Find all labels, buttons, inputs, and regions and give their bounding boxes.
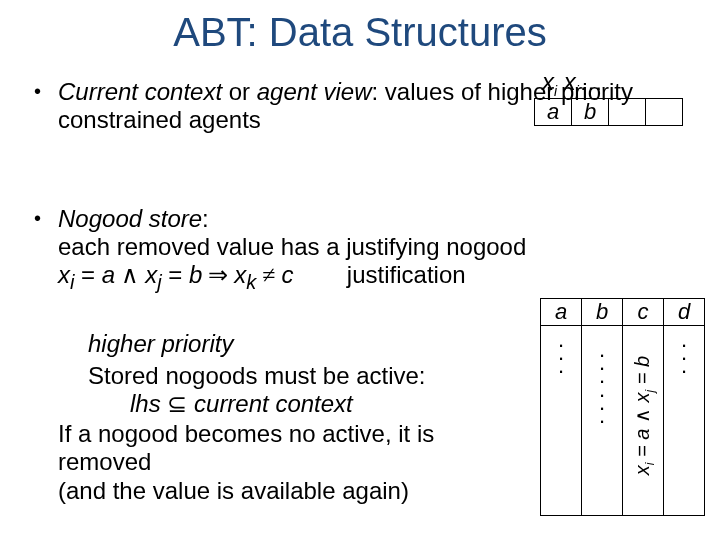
val-c: c	[282, 261, 294, 288]
bullet-1-sep: or	[222, 78, 257, 105]
av-cell-1: b	[572, 99, 609, 125]
higher-priority-label: higher priority	[88, 330, 528, 358]
av-space	[557, 68, 564, 95]
ns-h-1: b	[582, 299, 623, 325]
dot: .	[541, 359, 581, 372]
vl-and-icon: ∧	[631, 408, 653, 423]
dot: .	[582, 409, 622, 422]
ns-col-d: . . .	[664, 325, 704, 515]
val-b: b	[189, 261, 202, 288]
vl-eqb: = b	[631, 356, 653, 390]
sub-k: k	[246, 271, 256, 293]
vdots-d: . . .	[664, 325, 704, 373]
av-cell-3	[646, 99, 682, 125]
current-context-label: Current context	[58, 78, 222, 105]
vl-eqa: = a	[631, 423, 653, 462]
vdots-b: . . . . . .	[582, 325, 622, 422]
agent-view-var-labels: xi xj…	[542, 68, 603, 99]
eq-2: =	[162, 261, 189, 288]
nogood-formula: xi = a ∧ xj = b ⇒ xk ≠ c justification	[58, 261, 466, 288]
av-ellipsis: …	[579, 68, 603, 95]
justification-label: justification	[347, 261, 466, 288]
implies-symbol-icon: ⇒	[202, 262, 234, 288]
val-a: a	[102, 261, 115, 288]
nogood-store-label: Nogood store	[58, 205, 202, 232]
bullet-2: • Nogood store: each removed value has a…	[30, 205, 690, 295]
dot: .	[664, 359, 704, 372]
lhs-text: lhs	[130, 390, 167, 417]
ns-h-0: a	[541, 299, 582, 325]
var-x: x	[58, 261, 70, 288]
lhs-subset-line: lhs ⊆ current context	[130, 390, 353, 418]
eq-1: =	[74, 261, 101, 288]
vdots-a: . . .	[541, 325, 581, 373]
neq-symbol-icon: ≠	[256, 262, 281, 288]
nogood-table-header: a b c d	[540, 298, 705, 326]
bullet-dot-icon: •	[30, 78, 58, 104]
bullet-2-line2: each removed value has a justifying nogo…	[58, 233, 526, 260]
ns-col-a: . . .	[541, 325, 582, 515]
vl-j: j	[643, 390, 657, 393]
bullet-2-text: Nogood store: each removed value has a j…	[58, 205, 690, 295]
agent-view-label: agent view	[257, 78, 372, 105]
noactive-2: (and the value is available again)	[58, 477, 409, 504]
noactive-1: If a nogood becomes no active, it is rem…	[58, 420, 434, 475]
and-symbol-icon: ∧	[115, 262, 145, 288]
var-x2: x	[145, 261, 157, 288]
av-x2: x	[564, 68, 576, 95]
var-x3: x	[234, 261, 246, 288]
noactive-text: If a nogood becomes no active, it is rem…	[58, 420, 528, 505]
subset-symbol-icon: ⊆	[167, 391, 187, 417]
slide-title: ABT: Data Structures	[0, 10, 720, 55]
lhs-rest: current context	[187, 390, 352, 417]
ns-col-c: xi = a ∧ xj = b	[623, 325, 664, 515]
agent-view-row: a b	[534, 98, 683, 126]
ns-col-c-label: xi = a ∧ xj = b	[630, 356, 657, 475]
vl-x2: x	[631, 392, 653, 408]
av-cell-2	[609, 99, 646, 125]
ns-h-2: c	[623, 299, 664, 325]
bullet-dot-icon: •	[30, 205, 58, 231]
av-cell-0: a	[535, 99, 572, 125]
vl-x1: x	[631, 465, 653, 475]
av-x1: x	[542, 68, 554, 95]
ns-h-3: d	[664, 299, 704, 325]
nogood-table-cols: . . . . . . . . . xi = a ∧ xj = b . .	[540, 325, 705, 516]
slide: ABT: Data Structures • Current context o…	[0, 0, 720, 540]
vl-i: i	[643, 462, 657, 465]
stored-nogoods-line: Stored nogoods must be active:	[88, 362, 528, 390]
ns-col-b: . . . . . .	[582, 325, 623, 515]
